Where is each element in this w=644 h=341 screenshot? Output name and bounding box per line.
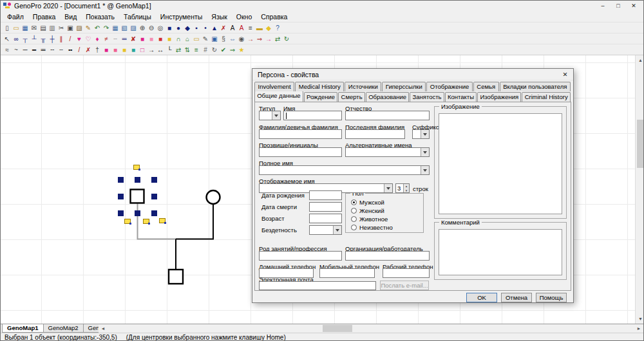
dialog-tab[interactable]: Medical History	[295, 82, 344, 91]
source-icon[interactable]: §	[219, 34, 228, 44]
chevron-down-icon[interactable]	[272, 111, 280, 120]
line-dash-dot-icon[interactable]: ╍	[66, 45, 75, 55]
border-color-icon[interactable]: □	[138, 45, 147, 55]
household-icon[interactable]: ⌂	[183, 34, 192, 44]
dialog-tab[interactable]: Образование	[366, 92, 409, 102]
highlight-magenta-icon[interactable]: ■	[102, 45, 111, 55]
zoom-fit-icon[interactable]: ◎	[156, 23, 165, 33]
curve-tool-icon[interactable]: ~	[12, 45, 21, 55]
social-bond-icon[interactable]: ∩	[174, 34, 183, 44]
paste-icon[interactable]: ▨	[75, 23, 84, 33]
selection-handle[interactable]	[151, 210, 157, 216]
display-rows-spinner[interactable]: 3 ▴ ▾	[395, 183, 410, 193]
dialog-tab[interactable]: Смерть	[338, 92, 365, 102]
map-tab[interactable]: GenoMap1	[2, 324, 44, 333]
birth-date-input[interactable]	[309, 190, 342, 200]
twins-link-icon[interactable]: ╥	[39, 34, 48, 44]
selection-handle[interactable]	[118, 177, 124, 183]
line-dotted-icon[interactable]: ┄	[57, 45, 66, 55]
dialog-tab[interactable]: Семья	[473, 82, 499, 91]
cancel-button[interactable]: Отмена	[501, 293, 532, 302]
dialog-tab[interactable]: Отображение	[426, 82, 472, 91]
refresh-icon[interactable]: ↻	[282, 34, 291, 44]
emotion-harmony-icon[interactable]: ♡	[84, 34, 93, 44]
full-name-combobox[interactable]	[259, 165, 430, 175]
maximize-button[interactable]: □	[611, 2, 625, 10]
dialog-tab[interactable]: Criminal History	[522, 92, 571, 102]
crossout-icon[interactable]: /	[75, 45, 84, 55]
menu-item[interactable]: Инструменты	[156, 12, 207, 21]
dialog-tab[interactable]: Занятость	[410, 92, 444, 102]
age-input[interactable]	[309, 214, 342, 223]
chevron-down-icon[interactable]	[421, 130, 429, 138]
highlight-yellow-icon[interactable]: ■	[120, 45, 129, 55]
swap-icon[interactable]: ⇄	[273, 34, 282, 44]
relationship-red-icon[interactable]: ■	[156, 34, 165, 44]
menu-item[interactable]: Файл	[3, 12, 28, 21]
link-parent-icon[interactable]: ┬	[21, 34, 30, 44]
relationship-pink-icon[interactable]: ■	[147, 34, 156, 44]
print-icon[interactable]: ▤	[39, 23, 48, 33]
selection-handle[interactable]	[151, 194, 157, 199]
horizontal-scrollbar[interactable]: ◄ ►	[99, 324, 643, 333]
redo-icon[interactable]: ↷	[102, 23, 111, 33]
menu-item[interactable]: Окно	[232, 12, 256, 21]
align-icon[interactable]: ≡	[246, 23, 255, 33]
delete-icon[interactable]: ✗	[219, 23, 228, 33]
minimize-button[interactable]: –	[596, 2, 610, 10]
separation-icon[interactable]: /	[66, 34, 75, 44]
undo-icon[interactable]: ↶	[93, 23, 102, 33]
label-icon[interactable]: ▭	[192, 34, 201, 44]
person-child-symbol[interactable]	[169, 270, 183, 284]
selection-handle[interactable]	[118, 194, 124, 199]
suffix-combobox[interactable]	[412, 129, 430, 139]
wave-tool-icon[interactable]: ≈	[3, 45, 12, 55]
ok-button[interactable]: OK	[466, 293, 497, 302]
font-icon[interactable]: A	[228, 23, 237, 33]
menu-item[interactable]: Язык	[207, 12, 232, 21]
star-icon[interactable]: ★	[237, 45, 246, 55]
work-phone-input[interactable]	[383, 268, 430, 278]
open-folder-icon[interactable]: ▭	[12, 23, 21, 33]
mobile-phone-input[interactable]	[319, 268, 375, 278]
line-thin-icon[interactable]: ─	[21, 45, 30, 55]
chevron-down-icon[interactable]	[384, 184, 392, 192]
print-preview-icon[interactable]: ▥	[48, 23, 57, 33]
line-double-icon[interactable]: ═	[39, 45, 48, 55]
add-parents-icon[interactable]: ▲	[210, 23, 219, 33]
employer-input[interactable]	[345, 251, 430, 261]
emotion-love-icon[interactable]: ♥	[75, 34, 84, 44]
death-date-input[interactable]	[309, 202, 342, 212]
zoom-out-icon[interactable]: ⊖	[147, 23, 156, 33]
select-arrow-icon[interactable]: ↖	[3, 34, 12, 44]
alt-names-combobox[interactable]	[345, 147, 430, 157]
emotion-hostile-icon[interactable]: ✘	[129, 34, 138, 44]
display-options-icon[interactable]: ◉	[237, 34, 246, 44]
scroll-left-icon[interactable]: ◄	[99, 324, 108, 333]
relationship-magenta-icon[interactable]: ■	[138, 34, 147, 44]
dialog-tab[interactable]: Контакты	[445, 92, 477, 102]
childless-combobox[interactable]	[309, 225, 342, 235]
divorce-icon[interactable]: ∥	[57, 34, 66, 44]
picture-area[interactable]	[439, 113, 562, 214]
dialog-close-icon[interactable]: ✕	[560, 70, 571, 79]
chart-icon[interactable]: ▨	[129, 23, 138, 33]
occupation-input[interactable]	[259, 251, 342, 261]
emotion-distant-icon[interactable]: ┄	[111, 34, 120, 44]
deceased-icon[interactable]: †	[93, 45, 102, 55]
gender-radio[interactable]: Неизвестно	[351, 223, 393, 231]
dialog-tab[interactable]: Involvement	[254, 82, 294, 91]
rotate-icon[interactable]: ↻	[210, 45, 219, 55]
relationship-yellow-icon[interactable]: ■	[165, 34, 174, 44]
title-bar[interactable]: GenoPro 2020 - [Document1 * @ GenoMap1] …	[1, 1, 643, 11]
add-female-icon[interactable]: ●	[174, 23, 183, 33]
save-icon[interactable]: ▦	[21, 23, 30, 33]
maiden-name-input[interactable]	[259, 129, 342, 139]
title-combobox[interactable]	[259, 111, 281, 120]
dialog-tab[interactable]: Рождение	[304, 92, 338, 102]
zoom-in-icon[interactable]: ⊕	[138, 23, 147, 33]
nickname-input[interactable]	[259, 147, 342, 157]
dialog-tab[interactable]: Источники	[345, 82, 381, 91]
menu-item[interactable]: Вид	[60, 12, 81, 21]
table-icon[interactable]: ▦	[111, 23, 120, 33]
